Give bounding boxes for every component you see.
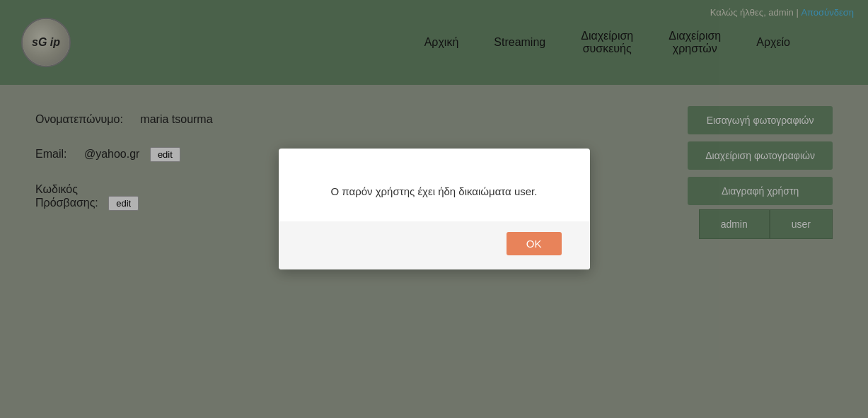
modal-footer: OK <box>279 221 590 269</box>
modal-overlay: Ο παρόν χρήστης έχει ήδη δικαιώματα user… <box>0 0 868 418</box>
modal-body: Ο παρόν χρήστης έχει ήδη δικαιώματα user… <box>279 149 590 221</box>
modal-ok-button[interactable]: OK <box>507 232 562 255</box>
modal-dialog: Ο παρόν χρήστης έχει ήδη δικαιώματα user… <box>279 149 590 269</box>
modal-message: Ο παρόν χρήστης έχει ήδη δικαιώματα user… <box>307 184 562 200</box>
